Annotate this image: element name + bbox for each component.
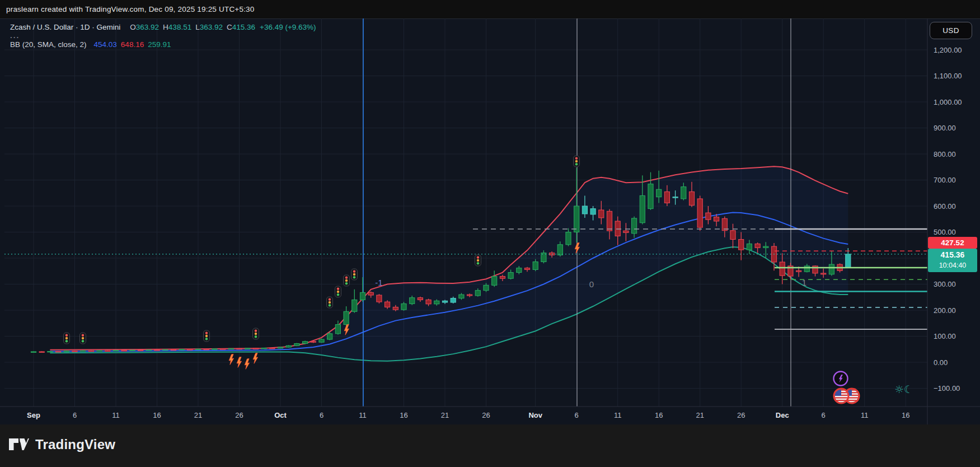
candle[interactable] <box>418 298 423 300</box>
candle[interactable] <box>154 350 160 351</box>
candle[interactable] <box>278 347 283 348</box>
sun-moon-sticker-icon[interactable]: ☼☾ <box>894 383 913 395</box>
candle[interactable] <box>105 351 110 351</box>
candle[interactable] <box>48 351 53 352</box>
candle[interactable] <box>64 351 69 352</box>
candle[interactable] <box>130 350 135 351</box>
candle[interactable] <box>484 285 489 290</box>
traffic-light-icon[interactable] <box>64 333 70 344</box>
candle[interactable] <box>360 292 365 300</box>
candle[interactable] <box>689 192 694 205</box>
candle[interactable] <box>590 209 595 214</box>
candle[interactable] <box>294 344 299 346</box>
candle[interactable] <box>286 345 291 347</box>
candle[interactable] <box>582 206 587 214</box>
symbol-row[interactable]: Zcash / U.S. Dollar · 1D · GeminiO363.92… <box>10 22 316 31</box>
candle[interactable] <box>393 307 398 310</box>
candle[interactable] <box>500 277 505 279</box>
candle[interactable] <box>401 303 406 310</box>
traffic-light-icon[interactable] <box>475 255 481 266</box>
candle[interactable] <box>599 210 604 218</box>
candle[interactable] <box>780 262 785 275</box>
candle[interactable] <box>270 348 275 348</box>
candle[interactable] <box>755 244 760 247</box>
candle[interactable] <box>327 334 332 339</box>
candle[interactable] <box>730 231 735 240</box>
candle[interactable] <box>640 195 645 222</box>
traffic-light-icon[interactable] <box>351 269 358 280</box>
candle[interactable] <box>97 351 102 351</box>
candle[interactable] <box>163 349 168 350</box>
candle[interactable] <box>187 349 193 350</box>
candle[interactable] <box>410 298 415 304</box>
lightning-bolt-sticker[interactable] <box>244 359 250 370</box>
traffic-light-icon[interactable] <box>344 275 350 286</box>
candle[interactable] <box>426 300 431 303</box>
candle[interactable] <box>763 246 768 247</box>
candle[interactable] <box>121 351 126 351</box>
candle[interactable] <box>138 350 143 351</box>
traffic-light-icon[interactable] <box>574 156 580 167</box>
candle[interactable] <box>377 295 382 302</box>
symbol-title[interactable]: Zcash / U.S. Dollar · 1D · Gemini <box>10 23 120 31</box>
candle[interactable] <box>195 349 200 349</box>
traffic-light-icon[interactable] <box>80 333 86 344</box>
currency-toggle-button[interactable]: USD <box>930 22 972 39</box>
purple-lightning-badge-icon[interactable] <box>834 372 848 386</box>
alert-price-badge[interactable]: 427.52 <box>928 237 977 249</box>
candle[interactable] <box>368 292 373 295</box>
traffic-light-icon[interactable] <box>204 330 210 342</box>
candle[interactable] <box>434 301 439 304</box>
candle[interactable] <box>632 218 637 233</box>
candle[interactable] <box>352 300 357 311</box>
candle[interactable] <box>517 268 522 273</box>
candle[interactable] <box>113 351 118 351</box>
indicator-name[interactable]: BB (20, SMA, close, 2) <box>10 40 87 49</box>
candle[interactable] <box>673 197 678 198</box>
candle[interactable] <box>697 199 702 227</box>
candle[interactable] <box>311 342 316 342</box>
candle[interactable] <box>221 349 226 349</box>
us-flag-sticker-icon[interactable] <box>834 389 848 403</box>
candle[interactable] <box>451 298 456 302</box>
candle[interactable] <box>385 302 390 307</box>
candle[interactable] <box>648 184 653 208</box>
candle[interactable] <box>623 231 629 232</box>
candle[interactable] <box>739 240 744 250</box>
candle[interactable] <box>747 244 752 250</box>
candle[interactable] <box>228 348 233 349</box>
candle[interactable] <box>31 352 36 352</box>
candle[interactable] <box>237 348 242 349</box>
candle[interactable] <box>261 348 266 348</box>
candle[interactable] <box>821 273 826 274</box>
legend-more-dots[interactable]: ... <box>10 33 316 39</box>
candle[interactable] <box>804 266 809 272</box>
time-axis[interactable]: Sep611162126Oct611162126Nov611162126Dec6… <box>27 411 909 419</box>
candle[interactable] <box>681 187 686 199</box>
traffic-light-icon[interactable] <box>327 297 333 308</box>
candle[interactable] <box>245 348 250 349</box>
candle[interactable] <box>335 325 340 334</box>
candle[interactable] <box>706 213 711 220</box>
candle[interactable] <box>467 295 472 296</box>
candle[interactable] <box>533 262 538 270</box>
candle[interactable] <box>846 254 851 268</box>
candle[interactable] <box>72 351 77 352</box>
candle[interactable] <box>714 217 719 221</box>
candle[interactable] <box>657 189 662 197</box>
indicator-row[interactable]: BB (20, SMA, close, 2)454.03648.16259.91 <box>10 40 316 49</box>
price-chart[interactable]: -101☼☾1,200.001,100.001,000.00900.00800.… <box>0 18 980 424</box>
candle[interactable] <box>344 311 349 324</box>
candle[interactable] <box>319 339 324 342</box>
price-axis[interactable]: 1,200.001,100.001,000.00900.00800.00700.… <box>934 46 962 393</box>
candle[interactable] <box>566 232 571 245</box>
candle[interactable] <box>492 277 497 286</box>
candle[interactable] <box>508 273 513 279</box>
candle[interactable] <box>171 349 176 350</box>
candle[interactable] <box>146 350 151 351</box>
candle[interactable] <box>253 348 258 349</box>
candle[interactable] <box>442 301 447 302</box>
candle[interactable] <box>475 291 480 296</box>
traffic-light-icon[interactable] <box>335 286 341 297</box>
candle[interactable] <box>829 264 834 274</box>
